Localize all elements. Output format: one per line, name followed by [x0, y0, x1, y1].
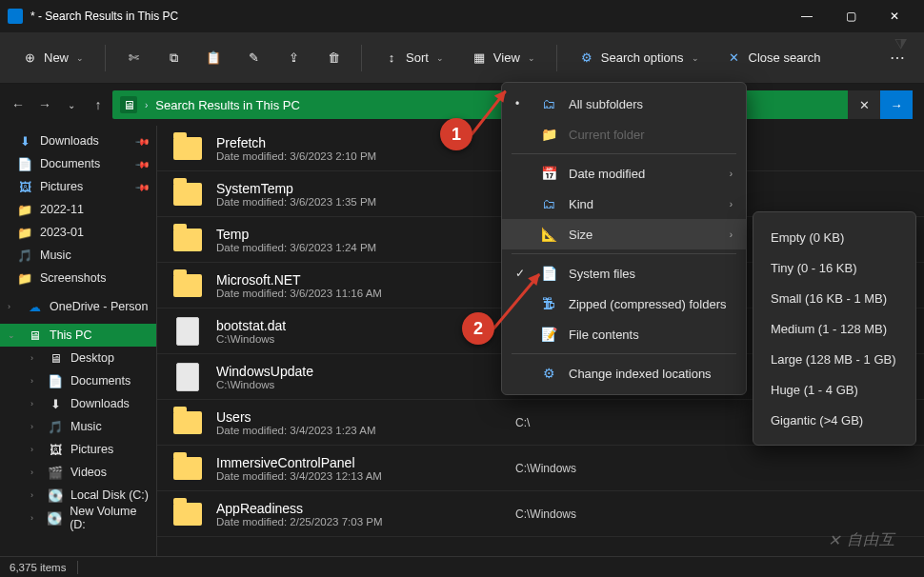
up-button[interactable]: ↑	[91, 97, 105, 112]
onedrive-icon: ☁	[27, 299, 42, 314]
folder-icon: 📄	[17, 156, 32, 171]
file-name: Temp	[216, 227, 502, 242]
clear-search-button[interactable]: ✕	[848, 90, 880, 119]
file-name: Users	[216, 409, 502, 425]
close-button[interactable]: ✕	[873, 0, 916, 32]
file-icon	[176, 363, 199, 391]
size-option-6[interactable]: Gigantic (>4 GB)	[753, 405, 915, 435]
sidebar-onedrive[interactable]: ›☁OneDrive - Person	[0, 295, 156, 318]
copy-button[interactable]: ⧉	[157, 44, 190, 72]
paste-button[interactable]: 📋	[197, 44, 230, 72]
menu-date-modified[interactable]: 📅 Date modified ›	[502, 158, 746, 189]
share-icon: ⇪	[285, 50, 302, 67]
folder-icon: 📁	[17, 270, 32, 286]
size-option-2[interactable]: Small (16 KB - 1 MB)	[753, 283, 915, 313]
size-option-3[interactable]: Medium (1 - 128 MB)	[753, 313, 915, 344]
size-option-1[interactable]: Tiny (0 - 16 KB)	[753, 252, 915, 283]
new-button[interactable]: ⊕ New ⌄	[11, 44, 93, 72]
sidebar-item-2023-01[interactable]: 📁2023-01	[0, 221, 156, 244]
size-option-0[interactable]: Empty (0 KB)	[753, 222, 915, 252]
rename-button[interactable]: ✎	[237, 44, 270, 72]
file-row[interactable]: AppReadinessDate modified: 2/25/2023 7:0…	[157, 491, 924, 537]
delete-button[interactable]: 🗑	[317, 44, 350, 72]
chevron-right-icon: ›	[730, 199, 733, 209]
watermark-icon: ✕	[828, 531, 841, 549]
panel-filter-icon[interactable]: ⧩	[894, 36, 907, 53]
forward-button[interactable]: →	[38, 97, 51, 112]
caret-icon: ›	[8, 302, 19, 311]
toolbar: ⊕ New ⌄ ✄ ⧉ 📋 ✎ ⇪ 🗑 ↕ Sort ⌄ ▦ View ⌄ ⚙ …	[0, 32, 924, 84]
item-icon: ⬇	[48, 396, 63, 411]
chevron-right-icon: ›	[730, 229, 733, 240]
file-sub: Date modified: 3/6/2023 11:16 AM	[216, 288, 502, 299]
zip-icon: 🗜	[540, 296, 557, 311]
share-button[interactable]: ⇪	[277, 44, 310, 72]
minimize-button[interactable]: —	[785, 0, 829, 32]
sidebar-item-local-disk-c-[interactable]: ›💽Local Disk (C:)	[0, 484, 156, 507]
watermark: ✕ 自由互	[828, 530, 895, 550]
close-search-button[interactable]: ✕ Close search	[716, 44, 831, 72]
caret-icon: ›	[30, 399, 40, 408]
sidebar-item-downloads[interactable]: ⬇Downloads📌	[0, 129, 156, 152]
file-name: SystemTemp	[216, 181, 502, 196]
sidebar-item-desktop[interactable]: ›🖥Desktop	[0, 347, 156, 369]
sort-icon: ↕	[383, 50, 400, 67]
file-row[interactable]: ImmersiveControlPanelDate modified: 3/4/…	[157, 446, 924, 491]
file-name: AppReadiness	[216, 501, 502, 516]
menu-kind[interactable]: 🗂 Kind ›	[502, 189, 746, 219]
file-sub: Date modified: 3/6/2023 2:10 PM	[216, 150, 502, 162]
sidebar-item-documents[interactable]: 📄Documents📌	[0, 152, 156, 175]
item-icon: 🎵	[48, 419, 63, 434]
size-option-4[interactable]: Large (128 MB - 1 GB)	[753, 344, 915, 374]
sidebar-item-music[interactable]: ›🎵Music	[0, 415, 156, 438]
caret-icon: ›	[30, 468, 40, 477]
chevron-down-icon: ⌄	[436, 53, 444, 63]
system-icon: 📄	[540, 266, 557, 281]
maximize-button[interactable]: ▢	[829, 0, 873, 32]
folder-icon: 📁	[540, 127, 557, 142]
sidebar-item-new-volume-d-[interactable]: ›💽New Volume (D:	[0, 507, 156, 529]
folder-icon	[173, 274, 202, 297]
search-options-menu: • 🗂 All subfolders 📁 Current folder 📅 Da…	[501, 82, 747, 395]
cut-button[interactable]: ✄	[117, 44, 150, 72]
clipboard-icon: 📋	[205, 50, 222, 67]
app-icon	[8, 9, 23, 24]
contents-icon: 📝	[540, 327, 557, 342]
sidebar-this-pc[interactable]: ⌄🖥This PC	[0, 324, 156, 347]
caret-icon: ›	[30, 353, 40, 363]
menu-change-indexed[interactable]: ⚙ Change indexed locations	[502, 358, 746, 388]
menu-file-contents[interactable]: 📝 File contents	[502, 319, 746, 349]
item-icon: 🖼	[48, 442, 63, 457]
window-controls: — ▢ ✕	[785, 0, 916, 32]
sidebar-item-videos[interactable]: ›🎬Videos	[0, 461, 156, 484]
size-option-5[interactable]: Huge (1 - 4 GB)	[753, 374, 915, 405]
file-name: bootstat.dat	[216, 318, 502, 333]
recent-button[interactable]: ⌄	[65, 100, 78, 110]
sidebar-item-downloads[interactable]: ›⬇Downloads	[0, 392, 156, 415]
sidebar-item-music[interactable]: 🎵Music	[0, 244, 156, 267]
menu-separator	[512, 253, 736, 254]
sidebar-item-pictures[interactable]: ›🖼Pictures	[0, 438, 156, 461]
sort-button[interactable]: ↕ Sort ⌄	[373, 44, 453, 72]
file-sub: C:\Windows	[216, 333, 502, 345]
menu-all-subfolders[interactable]: • 🗂 All subfolders	[502, 89, 746, 119]
sidebar-item-pictures[interactable]: 🖼Pictures📌	[0, 175, 156, 198]
caret-icon: ⌄	[8, 330, 19, 340]
sidebar-item-2022-11[interactable]: 📁2022-11	[0, 198, 156, 221]
view-button[interactable]: ▦ View ⌄	[461, 44, 545, 72]
search-options-button[interactable]: ⚙ Search options ⌄	[569, 44, 709, 72]
back-button[interactable]: ←	[11, 97, 25, 112]
folder-icon: 📁	[17, 225, 32, 240]
folder-icon	[173, 229, 202, 251]
menu-current-folder: 📁 Current folder	[502, 119, 746, 149]
annotation-marker-2: 2	[462, 312, 494, 345]
menu-size[interactable]: 📐 Size ›	[502, 219, 746, 249]
sidebar-item-documents[interactable]: ›📄Documents	[0, 369, 156, 392]
sidebar-item-screenshots[interactable]: 📁Screenshots	[0, 267, 156, 289]
pin-icon: 📌	[135, 179, 151, 194]
item-icon: 🎬	[48, 465, 63, 480]
menu-zipped[interactable]: 🗜 Zipped (compressed) folders	[502, 288, 746, 319]
statusbar: 6,375 items	[0, 556, 924, 577]
search-go-button[interactable]: →	[880, 90, 913, 119]
item-count: 6,375 items	[10, 562, 66, 573]
